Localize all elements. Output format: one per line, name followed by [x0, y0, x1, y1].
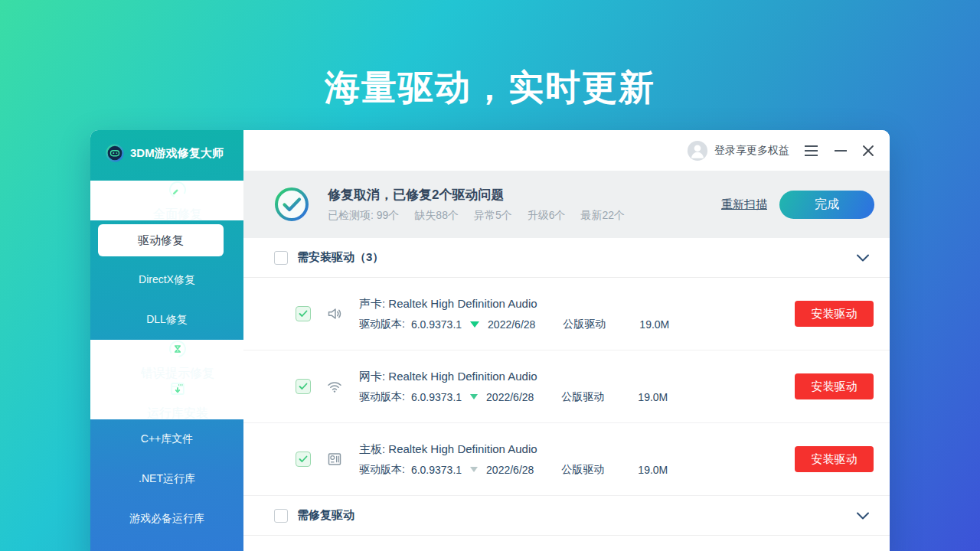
section-title: 需安装驱动（3）: [297, 250, 856, 265]
driver-row: 网卡: Realtek High Definition Audio 驱动版本: …: [243, 350, 890, 423]
version-dropdown-icon[interactable]: [470, 394, 478, 399]
runtime-download-icon: [168, 380, 187, 398]
motherboard-icon: [325, 450, 344, 468]
sidebar: 3DM游戏修复大师 全面修复 驱动修复 DirectX修复: [90, 130, 243, 551]
sidebar-item-runtime-install[interactable]: 运行库安装: [90, 380, 243, 419]
sidebar-menu: 全面修复 驱动修复 DirectX修复 DLL修复 错误提示修复: [90, 181, 243, 539]
app-window: 3DM游戏修复大师 全面修复 驱动修复 DirectX修复: [90, 130, 890, 551]
sidebar-item-label: 运行库安装: [147, 406, 208, 422]
driver-checkbox[interactable]: [296, 379, 311, 394]
driver-info: 网卡: Realtek High Definition Audio 驱动版本: …: [359, 370, 795, 404]
wrench-icon: [168, 181, 187, 199]
sidebar-item-label: DLL修复: [146, 313, 188, 327]
driver-version-label: 驱动版本:: [359, 318, 405, 331]
driver-meta: 驱动版本: 6.0.9373.1 2022/6/28 公版驱动 19.0M: [359, 390, 795, 404]
driver-size: 19.0M: [638, 464, 668, 476]
driver-size: 19.0M: [639, 318, 669, 331]
sidebar-item-label: 驱动修复: [138, 233, 184, 248]
sidebar-item-cpp-library[interactable]: C++库文件: [90, 419, 243, 459]
login-link[interactable]: 登录享更多权益: [714, 144, 789, 158]
driver-date: 2022/6/28: [486, 464, 534, 476]
done-button[interactable]: 完成: [779, 191, 874, 219]
section-repair-drivers: 需修复驱动: [243, 496, 890, 536]
sidebar-item-driver-repair[interactable]: 驱动修复: [98, 224, 224, 256]
speaker-icon: [325, 305, 344, 323]
driver-row: 声卡: Realtek High Definition Audio 驱动版本: …: [243, 278, 890, 350]
sidebar-item-directx-repair[interactable]: DirectX修复: [90, 260, 243, 300]
driver-checkbox[interactable]: [296, 306, 311, 321]
driver-version-label: 驱动版本:: [359, 463, 405, 477]
sidebar-item-label: C++库文件: [141, 432, 193, 446]
sidebar-item-label: .NET运行库: [139, 472, 195, 486]
stat-latest: 最新22个: [581, 209, 626, 223]
driver-edition: 公版驱动: [563, 318, 606, 331]
chevron-down-icon[interactable]: [856, 511, 870, 520]
stat-detected: 已检测项: 99个: [328, 209, 399, 223]
wifi-icon: [325, 377, 344, 396]
driver-row: 主板: Realtek High Definition Audio 驱动版本: …: [243, 423, 890, 496]
driver-size: 19.0M: [638, 391, 668, 403]
close-button[interactable]: [862, 145, 874, 157]
version-dropdown-icon[interactable]: [470, 467, 478, 472]
driver-info: 主板: Realtek High Definition Audio 驱动版本: …: [359, 442, 795, 477]
version-dropdown-icon[interactable]: [470, 321, 479, 328]
sidebar-item-label: 游戏必备运行库: [129, 512, 204, 526]
scan-stats: 已检测项: 99个 缺失88个 异常5个 升级6个 最新22个: [328, 209, 721, 223]
app-logo: 3DM游戏修复大师: [90, 141, 243, 165]
avatar[interactable]: [687, 140, 708, 161]
rescan-link[interactable]: 重新扫描: [721, 197, 767, 212]
stat-abnormal: 异常5个: [474, 209, 512, 223]
window-topbar: 登录享更多权益: [243, 130, 890, 171]
install-driver-button[interactable]: 安装驱动: [795, 446, 874, 472]
scan-summary-bar: 修复取消，已修复2个驱动问题 已检测项: 99个 缺失88个 异常5个 升级6个…: [243, 171, 890, 238]
driver-date: 2022/6/28: [486, 391, 534, 403]
driver-edition: 公版驱动: [561, 463, 604, 477]
sidebar-item-game-runtime[interactable]: 游戏必备运行库: [90, 499, 243, 539]
scan-summary: 修复取消，已修复2个驱动问题 已检测项: 99个 缺失88个 异常5个 升级6个…: [328, 186, 721, 223]
driver-version-label: 驱动版本:: [359, 390, 405, 404]
gamepad-logo-icon: [106, 144, 124, 162]
sidebar-item-full-repair[interactable]: 全面修复: [90, 181, 243, 220]
check-circle-icon: [274, 187, 309, 222]
list-overflow: [243, 536, 890, 551]
sidebar-item-label: DirectX修复: [139, 273, 195, 287]
driver-meta: 驱动版本: 6.0.9373.1 2022/6/28 公版驱动 19.0M: [359, 463, 795, 477]
select-all-install-checkbox[interactable]: [274, 251, 288, 265]
sidebar-item-label: 全面修复: [153, 207, 202, 223]
driver-name: 网卡: Realtek High Definition Audio: [359, 370, 795, 384]
driver-checkbox[interactable]: [296, 452, 311, 467]
menu-icon[interactable]: [805, 145, 818, 156]
minimize-button[interactable]: [835, 150, 847, 152]
page-background: 海量驱动，实时更新 3DM游戏修复大师: [0, 0, 980, 551]
stat-upgradable: 升级6个: [528, 209, 566, 223]
driver-version: 6.0.9373.1: [411, 391, 462, 403]
chevron-down-icon[interactable]: [856, 253, 870, 262]
main-panel: 登录享更多权益: [243, 130, 890, 551]
sidebar-item-dll-repair[interactable]: DLL修复: [90, 300, 243, 340]
scan-result-title: 修复取消，已修复2个驱动问题: [328, 186, 721, 204]
page-title: 海量驱动，实时更新: [0, 64, 980, 112]
select-all-repair-checkbox[interactable]: [274, 509, 288, 523]
sidebar-item-error-repair[interactable]: 错误提示修复: [90, 340, 243, 380]
driver-meta: 驱动版本: 6.0.9373.1 2022/6/28 公版驱动 19.0M: [359, 318, 795, 331]
driver-version: 6.0.9373.1: [411, 464, 462, 476]
driver-name: 声卡: Realtek High Definition Audio: [359, 297, 795, 311]
app-name: 3DM游戏修复大师: [130, 146, 224, 161]
driver-version: 6.0.9373.1: [411, 318, 462, 331]
section-install-drivers: 需安装驱动（3）: [243, 238, 890, 278]
sidebar-item-dotnet-runtime[interactable]: .NET运行库: [90, 459, 243, 499]
driver-info: 声卡: Realtek High Definition Audio 驱动版本: …: [359, 297, 795, 331]
install-driver-button[interactable]: 安装驱动: [795, 301, 874, 327]
stat-missing: 缺失88个: [414, 209, 459, 223]
driver-list: 需安装驱动（3）: [243, 238, 890, 551]
driver-edition: 公版驱动: [561, 390, 604, 404]
install-driver-button[interactable]: 安装驱动: [795, 373, 874, 399]
driver-name: 主板: Realtek High Definition Audio: [359, 442, 795, 457]
error-x-icon: [168, 340, 187, 358]
driver-date: 2022/6/28: [488, 318, 535, 331]
section-title: 需修复驱动: [297, 508, 856, 523]
